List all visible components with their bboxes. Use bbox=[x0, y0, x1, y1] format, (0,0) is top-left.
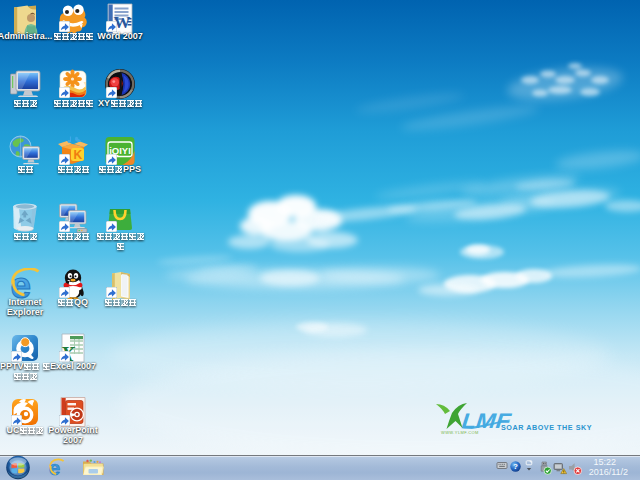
svg-text:SOAR ABOVE THE SKY: SOAR ABOVE THE SKY bbox=[501, 423, 592, 432]
svg-text:K: K bbox=[74, 148, 83, 162]
svg-text:?: ? bbox=[513, 462, 518, 471]
svg-text:WWW.YLMF.COM: WWW.YLMF.COM bbox=[441, 430, 479, 435]
